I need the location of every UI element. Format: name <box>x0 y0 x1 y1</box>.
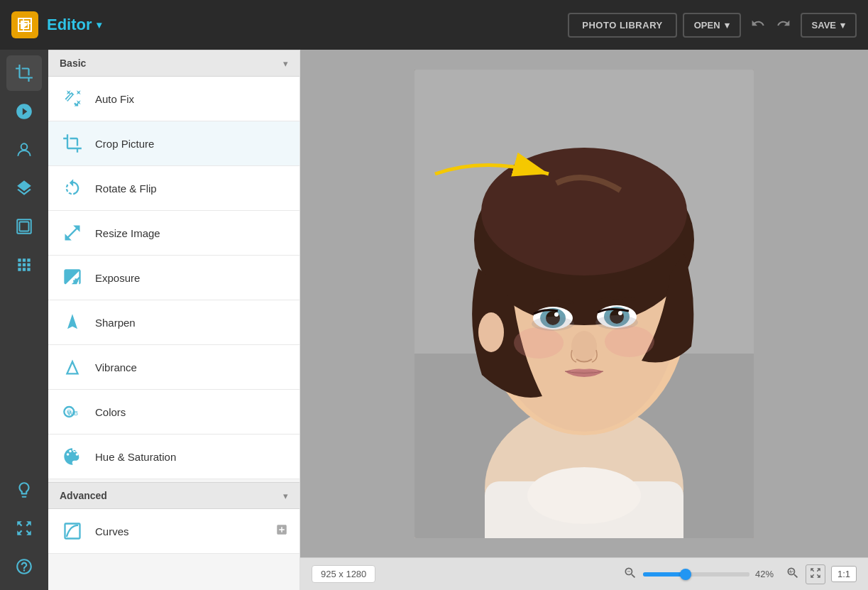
zoom-ratio[interactable]: 1:1 <box>831 566 857 582</box>
icon-bar-item-light[interactable] <box>6 472 42 508</box>
autofix-icon <box>60 86 85 111</box>
menu-item-sharpen[interactable]: Sharpen <box>48 300 300 345</box>
menu-item-resize-image[interactable]: Resize Image <box>48 211 300 256</box>
colors-icon: WB <box>60 399 85 425</box>
icon-bar-item-frame[interactable] <box>6 209 42 244</box>
curves-icon <box>60 518 85 544</box>
top-bar-actions: PHOTO LIBRARY OPEN ▾ SAVE ▾ <box>568 13 857 38</box>
save-chevron: ▾ <box>840 20 845 31</box>
svg-point-20 <box>481 148 687 275</box>
curves-action-icon[interactable] <box>275 523 288 539</box>
icon-bar-item-adjust[interactable] <box>6 94 42 129</box>
icon-bar-item-layers[interactable] <box>6 170 42 206</box>
zoom-percent: 42% <box>755 569 780 579</box>
zoom-in-icon[interactable] <box>786 566 800 583</box>
icon-bar-item-help[interactable] <box>6 549 42 584</box>
undo-button[interactable] <box>747 13 769 37</box>
svg-point-24 <box>554 312 559 317</box>
photo-container <box>414 70 754 538</box>
canvas-area: 925 x 1280 42% <box>300 50 868 590</box>
resize-image-label: Resize Image <box>95 227 160 239</box>
vibrance-icon <box>60 354 85 380</box>
image-dimensions: 925 x 1280 <box>312 565 375 583</box>
menu-item-rotate-flip[interactable]: Rotate & Flip <box>48 166 300 211</box>
save-label: SAVE <box>812 20 836 31</box>
colors-label: Colors <box>95 406 126 418</box>
menu-item-auto-fix[interactable]: Auto Fix <box>48 77 300 121</box>
menu-item-exposure[interactable]: Exposure <box>48 256 300 300</box>
menu-item-hue-saturation[interactable]: Hue & Saturation <box>48 435 300 479</box>
menu-item-crop-picture[interactable]: Crop Picture <box>48 121 300 166</box>
save-button[interactable]: SAVE ▾ <box>801 13 857 38</box>
app-logo[interactable] <box>11 11 38 38</box>
editor-title-chevron: ▾ <box>97 19 101 31</box>
zoom-slider[interactable] <box>643 572 749 577</box>
svg-point-29 <box>571 331 597 362</box>
sidebar: Basic ▾ Auto Fix Crop Picture <box>48 50 300 590</box>
crop-icon <box>60 131 85 156</box>
icon-bar-item-texture[interactable] <box>6 247 42 283</box>
curves-label: Curves <box>95 525 129 537</box>
svg-rect-3 <box>20 222 29 231</box>
open-chevron: ▾ <box>725 20 730 31</box>
top-bar: Editor ▾ PHOTO LIBRARY OPEN ▾ SAVE ▾ <box>0 0 868 50</box>
icon-bar <box>0 50 48 590</box>
open-button[interactable]: OPEN ▾ <box>683 13 741 38</box>
svg-marker-4 <box>67 314 77 329</box>
zoom-expand-icon[interactable] <box>806 564 825 584</box>
icon-bar-item-face[interactable] <box>6 132 42 168</box>
menu-item-vibrance[interactable]: Vibrance <box>48 345 300 390</box>
undo-redo-group <box>747 13 795 37</box>
svg-point-28 <box>618 311 622 315</box>
editor-title-text: Editor <box>47 16 92 34</box>
advanced-section-header[interactable]: Advanced ▾ <box>48 482 300 509</box>
hue-icon <box>60 444 85 469</box>
svg-point-32 <box>478 312 504 352</box>
redo-button[interactable] <box>772 13 795 37</box>
canvas-bottom-bar: 925 x 1280 42% <box>300 557 868 590</box>
icon-bar-item-crop[interactable] <box>6 55 42 91</box>
auto-fix-label: Auto Fix <box>95 93 134 105</box>
main-content: Basic ▾ Auto Fix Crop Picture <box>0 50 868 590</box>
zoom-controls: 42% 1:1 <box>623 564 857 584</box>
zoom-out-icon[interactable] <box>623 566 637 583</box>
advanced-section-chevron: ▾ <box>283 491 288 501</box>
sharpen-label: Sharpen <box>95 317 136 329</box>
svg-point-31 <box>605 326 654 357</box>
advanced-section-label: Advanced <box>60 490 107 501</box>
hue-saturation-label: Hue & Saturation <box>95 451 176 463</box>
svg-point-16 <box>527 467 641 524</box>
svg-text:WB: WB <box>67 410 78 417</box>
rotate-icon <box>60 175 85 201</box>
photo-display <box>414 70 754 538</box>
sharpen-icon <box>60 310 85 335</box>
svg-point-30 <box>514 327 564 359</box>
editor-title[interactable]: Editor ▾ <box>47 16 101 34</box>
open-label: OPEN <box>694 20 720 31</box>
exposure-label: Exposure <box>95 272 140 284</box>
basic-section-header[interactable]: Basic ▾ <box>48 50 300 77</box>
basic-section-label: Basic <box>60 58 86 69</box>
svg-point-33 <box>532 317 574 331</box>
exposure-icon <box>60 265 85 290</box>
menu-item-colors[interactable]: WB Colors <box>48 390 300 435</box>
basic-section-chevron: ▾ <box>283 58 288 69</box>
icon-bar-item-expand[interactable] <box>6 510 42 546</box>
menu-item-curves[interactable]: Curves <box>48 509 300 554</box>
canvas-content <box>300 50 868 557</box>
resize-icon <box>60 220 85 246</box>
vibrance-label: Vibrance <box>95 361 137 373</box>
svg-point-34 <box>595 315 638 329</box>
rotate-flip-label: Rotate & Flip <box>95 182 157 195</box>
photo-library-button[interactable]: PHOTO LIBRARY <box>568 13 676 38</box>
crop-picture-label: Crop Picture <box>95 138 154 150</box>
svg-point-1 <box>21 143 28 150</box>
